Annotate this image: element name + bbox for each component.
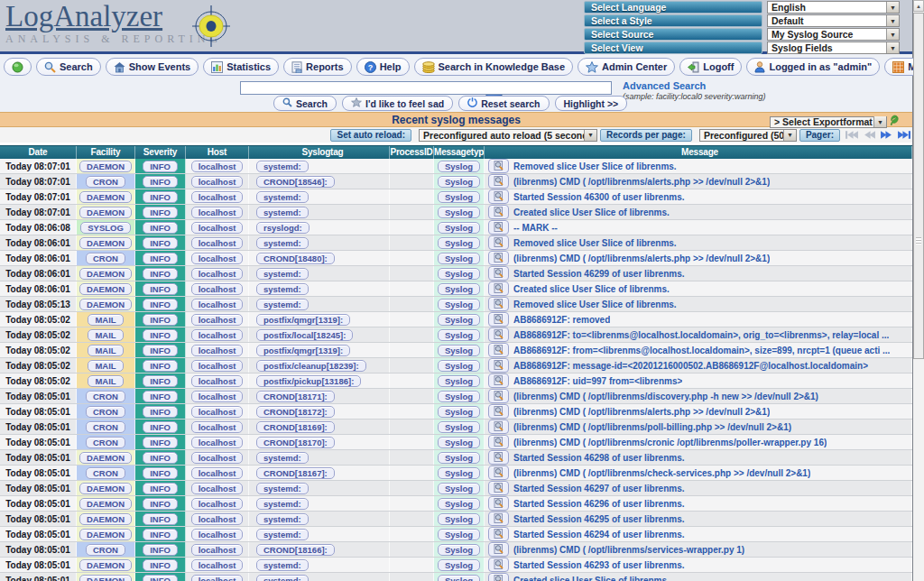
facility-button[interactable]: DAEMON <box>79 529 132 540</box>
syslogtag-button[interactable]: systemd: <box>256 237 309 249</box>
syslogtag-button[interactable]: systemd: <box>256 161 309 172</box>
facility-button[interactable]: MAIL <box>88 314 123 326</box>
messagetype-button[interactable]: Syslog <box>438 391 480 402</box>
message-detail-button[interactable] <box>488 450 509 465</box>
column-header-messagetype[interactable]: Messagetype <box>434 146 485 159</box>
severity-button[interactable]: INFO <box>143 575 178 581</box>
severity-button[interactable]: INFO <box>143 161 178 172</box>
severity-button[interactable]: INFO <box>143 237 178 249</box>
syslogtag-button[interactable]: postfix/qmgr[1319]: <box>256 314 350 326</box>
facility-button[interactable]: CRON <box>86 176 125 188</box>
facility-button[interactable]: CRON <box>86 391 125 402</box>
highlight-button[interactable]: Highlight >> <box>555 96 628 111</box>
message-detail-button[interactable] <box>488 404 509 419</box>
host-button[interactable]: localhost <box>191 314 244 326</box>
syslogtag-button[interactable]: systemd: <box>256 452 309 464</box>
facility-button[interactable]: DAEMON <box>79 483 132 494</box>
message-detail-button[interactable] <box>488 512 509 526</box>
message-detail-button[interactable] <box>488 374 509 388</box>
messagetype-button[interactable]: Syslog <box>438 483 480 494</box>
host-button[interactable]: localhost <box>191 483 244 494</box>
search-input[interactable] <box>240 81 612 95</box>
messagetype-button[interactable]: Syslog <box>438 191 480 203</box>
pager-label[interactable]: Pager: <box>799 129 840 142</box>
syslogtag-button[interactable]: systemd: <box>256 575 309 581</box>
column-header-message[interactable]: Message <box>485 146 912 159</box>
message-detail-button[interactable] <box>488 189 509 204</box>
messagetype-button[interactable]: Syslog <box>438 360 480 372</box>
message-detail-button[interactable] <box>488 542 509 557</box>
syslogtag-button[interactable]: postfix/cleanup[18239]: <box>256 360 366 372</box>
severity-button[interactable]: INFO <box>143 391 178 402</box>
message-detail-button[interactable] <box>488 343 509 357</box>
show-events-button[interactable]: Show Events <box>106 58 199 76</box>
syslogtag-button[interactable]: systemd: <box>256 483 309 494</box>
facility-button[interactable]: CRON <box>86 437 125 448</box>
messagetype-button[interactable]: Syslog <box>438 283 480 295</box>
records-per-page-button[interactable]: Records per page: <box>600 129 692 142</box>
host-button[interactable]: localhost <box>191 161 244 172</box>
facility-button[interactable]: MAIL <box>88 329 123 341</box>
message-detail-button[interactable] <box>488 235 509 250</box>
messagetype-button[interactable]: Syslog <box>438 299 480 310</box>
message-detail-button[interactable] <box>488 297 509 311</box>
help-button[interactable]: ?Help <box>356 58 410 76</box>
severity-button[interactable]: INFO <box>143 329 178 341</box>
messagetype-button[interactable]: Syslog <box>438 421 480 433</box>
host-button[interactable]: localhost <box>191 498 244 510</box>
host-button[interactable]: localhost <box>191 544 244 556</box>
severity-button[interactable]: INFO <box>143 268 178 280</box>
syslogtag-button[interactable]: CROND[18166]: <box>256 544 335 556</box>
facility-button[interactable]: DAEMON <box>79 161 132 172</box>
messagetype-button[interactable]: Syslog <box>438 452 480 464</box>
messagetype-button[interactable]: Syslog <box>438 513 480 525</box>
host-button[interactable]: localhost <box>191 360 244 372</box>
facility-button[interactable]: DAEMON <box>79 268 132 280</box>
severity-button[interactable]: INFO <box>143 513 178 525</box>
severity-button[interactable]: INFO <box>143 222 178 234</box>
severity-button[interactable]: INFO <box>143 375 178 387</box>
host-button[interactable]: localhost <box>191 452 244 464</box>
severity-button[interactable]: INFO <box>143 314 178 326</box>
facility-button[interactable]: DAEMON <box>79 237 132 249</box>
host-button[interactable]: localhost <box>191 421 244 433</box>
column-header-processid[interactable]: ProcessID <box>390 146 434 159</box>
search-button[interactable]: Search <box>273 96 337 111</box>
messagetype-button[interactable]: Syslog <box>438 529 480 540</box>
facility-button[interactable]: CRON <box>86 544 125 556</box>
host-button[interactable]: localhost <box>191 559 244 571</box>
facility-button[interactable]: CRON <box>86 253 125 264</box>
syslogtag-button[interactable]: systemd: <box>256 529 309 540</box>
message-detail-button[interactable] <box>488 558 509 572</box>
host-button[interactable]: localhost <box>191 222 244 234</box>
syslogtag-button[interactable]: systemd: <box>256 513 309 525</box>
messagetype-button[interactable]: Syslog <box>438 329 480 341</box>
messagetype-button[interactable]: Syslog <box>438 406 480 418</box>
admin-center-button[interactable]: Admin Center <box>578 58 675 76</box>
syslogtag-button[interactable]: postfix/local[18245]: <box>256 329 353 341</box>
message-detail-button[interactable] <box>488 420 509 434</box>
facility-button[interactable]: DAEMON <box>79 575 132 581</box>
message-detail-button[interactable] <box>488 527 509 541</box>
facility-button[interactable]: SYSLOG <box>80 222 131 234</box>
severity-button[interactable]: INFO <box>143 483 178 494</box>
column-header-host[interactable]: Host <box>186 146 249 159</box>
messagetype-button[interactable]: Syslog <box>438 559 480 571</box>
messagetype-button[interactable]: Syslog <box>438 222 480 234</box>
message-detail-button[interactable] <box>488 205 509 219</box>
host-button[interactable]: localhost <box>191 299 244 310</box>
host-button[interactable]: localhost <box>191 176 244 188</box>
severity-button[interactable]: INFO <box>143 529 178 540</box>
syslogtag-button[interactable]: systemd: <box>256 283 309 295</box>
host-button[interactable]: localhost <box>191 329 244 341</box>
i-d-like-to-feel-sad-button[interactable]: I'd like to feel sad <box>342 96 453 111</box>
logoff-button[interactable]: Logoff <box>679 58 742 76</box>
severity-button[interactable]: INFO <box>143 437 178 448</box>
pager-prev-icon[interactable] <box>863 130 876 140</box>
export-icon[interactable] <box>889 114 900 130</box>
status-button[interactable] <box>4 58 32 76</box>
severity-button[interactable]: INFO <box>143 283 178 295</box>
facility-button[interactable]: DAEMON <box>79 452 132 464</box>
severity-button[interactable]: INFO <box>143 253 178 264</box>
messagetype-button[interactable]: Syslog <box>438 575 480 581</box>
